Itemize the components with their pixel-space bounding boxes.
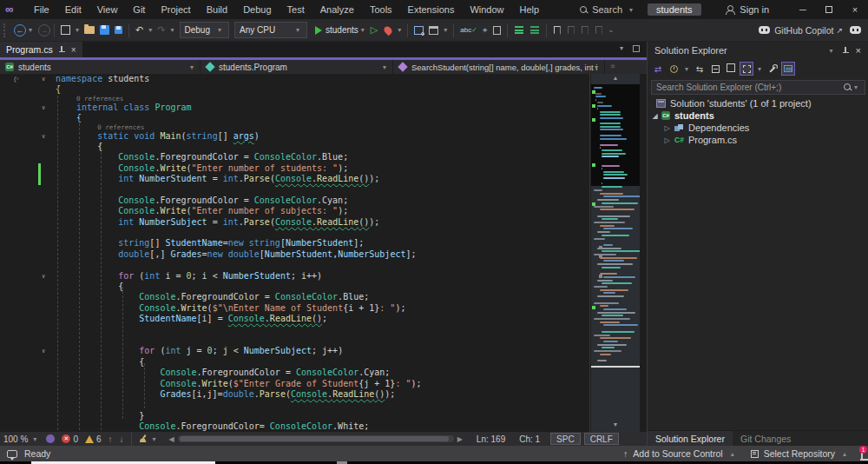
code-cleanup-icon[interactable] <box>139 434 148 443</box>
chevron-down-icon[interactable]: ▾ <box>76 26 79 34</box>
menu-window[interactable]: Window <box>462 0 511 19</box>
copilot-chat-icon[interactable] <box>850 26 861 34</box>
scroll-up-icon[interactable]: ▲ <box>591 75 640 81</box>
add-to-source-control-button[interactable]: Add to Source Control <box>633 448 722 459</box>
chevron-down-icon[interactable]: ▾ <box>398 26 401 34</box>
next-issue-icon[interactable]: ↓ <box>120 434 124 444</box>
wrench-icon[interactable] <box>766 62 779 76</box>
sign-in-button[interactable]: Sign in <box>740 4 769 15</box>
tree-row-project[interactable]: ◢ C# students <box>648 109 868 122</box>
menu-view[interactable]: View <box>89 0 126 19</box>
tab-git-changes[interactable]: Git Changes <box>733 431 799 447</box>
project-dropdown[interactable]: C# students▾ <box>0 60 201 74</box>
solution-platforms-dropdown[interactable]: Any CPU▾ <box>234 22 307 38</box>
find-in-files-icon[interactable] <box>414 26 424 35</box>
start-without-debugging-icon[interactable]: ▷ <box>371 24 378 36</box>
chevron-down-icon[interactable]: ▾ <box>170 26 174 34</box>
chevron-down-icon[interactable]: ▾ <box>148 26 152 34</box>
clear-bookmarks-icon[interactable] <box>595 26 602 35</box>
new-project-icon[interactable] <box>61 25 70 35</box>
panel-close-icon[interactable]: × <box>856 45 861 56</box>
prev-issue-icon[interactable]: ↑ <box>108 434 113 444</box>
menu-tools[interactable]: Tools <box>362 0 400 19</box>
notifications-button[interactable]: 1 <box>861 448 863 459</box>
save-all-icon[interactable] <box>115 26 122 34</box>
title-search[interactable]: Search ▾ <box>580 4 635 15</box>
warning-count[interactable]: 6 <box>85 434 102 444</box>
menu-edit[interactable]: Edit <box>57 0 89 19</box>
zoom-control[interactable]: 100 %▾ <box>3 434 39 444</box>
chevron-down-icon[interactable]: ▾ <box>758 65 761 73</box>
open-file-icon[interactable] <box>84 26 95 34</box>
type-dropdown[interactable]: students.Program▾ <box>201 60 393 74</box>
sort-usings-icon[interactable] <box>530 26 539 34</box>
line-indicator[interactable]: Ln: 169 <box>470 434 512 444</box>
scroll-down-icon[interactable]: ▼ <box>591 421 640 428</box>
menu-git[interactable]: Git <box>125 0 153 19</box>
toolbar-overflow-icon[interactable]: ⌄ <box>608 26 615 34</box>
new-window-icon[interactable] <box>429 26 438 35</box>
minimize-button[interactable]: ─ <box>790 0 816 19</box>
refresh-icon[interactable]: ⇆ <box>693 62 707 76</box>
menu-help[interactable]: Help <box>512 0 548 19</box>
solution-name-pill[interactable]: students <box>648 3 701 16</box>
menu-file[interactable]: File <box>26 0 57 19</box>
minimap-scrollbar[interactable]: ▲ ▼ <box>591 74 640 432</box>
spell-check-icon[interactable]: abc✓ <box>460 26 477 34</box>
rename-cursor-icon[interactable]: ⌖ <box>483 25 488 36</box>
feedback-icon[interactable] <box>7 450 17 458</box>
space-mode-indicator[interactable]: SPC <box>550 433 581 445</box>
chevron-up-icon[interactable]: ▴ <box>731 450 734 458</box>
menu-debug[interactable]: Debug <box>235 0 279 19</box>
line-ending-indicator[interactable]: CRLF <box>584 433 619 445</box>
redo-icon[interactable]: ↷ <box>157 24 165 36</box>
panel-menu-icon[interactable]: ▾ <box>830 47 833 55</box>
toggle-bookmark-icon[interactable] <box>554 26 561 35</box>
paste-format-icon[interactable] <box>493 26 501 35</box>
pin-icon[interactable] <box>59 46 65 54</box>
tab-solution-explorer[interactable]: Solution Explorer <box>648 431 733 447</box>
expanded-icon[interactable]: ◢ <box>651 112 659 120</box>
chevron-down-icon[interactable]: ▾ <box>685 65 688 73</box>
menu-project[interactable]: Project <box>153 0 198 19</box>
horizontal-scrollbar[interactable] <box>178 435 454 442</box>
menu-test[interactable]: Test <box>279 0 312 19</box>
collapsed-icon[interactable]: ▷ <box>663 124 671 132</box>
properties-icon[interactable] <box>724 62 738 76</box>
intellicode-icon[interactable] <box>46 434 55 443</box>
close-button[interactable]: × <box>842 0 868 19</box>
hot-reload-icon[interactable] <box>383 24 394 36</box>
member-dropdown[interactable]: SearchStudent(string[] name, double[,] g… <box>393 60 605 74</box>
pin-icon[interactable] <box>843 47 849 55</box>
start-button-label[interactable]: students <box>326 25 358 35</box>
solution-configurations-dropdown[interactable]: Debug▾ <box>180 22 229 38</box>
menu-analyze[interactable]: Analyze <box>312 0 362 19</box>
copilot-share-icon[interactable]: ↗ <box>836 26 843 35</box>
hscroll-right-icon[interactable]: ▶ <box>457 435 463 443</box>
hscroll-left-icon[interactable]: ◀ <box>169 435 174 443</box>
split-editor-handle[interactable]: ⌗ <box>605 60 621 74</box>
column-indicator[interactable]: Ch: 1 <box>512 434 547 444</box>
sort-lines-icon[interactable] <box>515 26 523 34</box>
sync-with-active-document-icon[interactable]: ⇄ <box>651 62 665 76</box>
error-count[interactable]: ✕ 0 <box>62 434 78 444</box>
close-tab-icon[interactable]: × <box>71 45 76 55</box>
pending-changes-filter-icon[interactable] <box>667 62 681 76</box>
start-debugging-icon[interactable] <box>315 26 322 35</box>
preview-selected-items-toggle[interactable] <box>781 62 795 76</box>
tree-row-dependencies[interactable]: ▷ Dependencies <box>648 122 868 134</box>
next-bookmark-icon[interactable] <box>582 26 589 35</box>
menu-extensions[interactable]: Extensions <box>400 0 463 19</box>
code-editor[interactable]: ∨namespace students{0 references∨interna… <box>0 74 589 432</box>
chevron-up-icon[interactable]: ▴ <box>843 450 846 458</box>
select-repository-button[interactable]: Select Repository <box>764 448 835 459</box>
copilot-label[interactable]: GitHub Copilot <box>774 25 833 36</box>
tree-row-program-cs[interactable]: ▷ C# Program.cs <box>648 134 868 146</box>
solution-search-input[interactable]: Search Solution Explorer (Ctrl+;) ▾ <box>651 80 865 95</box>
toolbar-grip[interactable] <box>3 23 7 37</box>
float-window-icon[interactable] <box>633 45 640 52</box>
tab-list-dropdown-icon[interactable]: ▾ <box>620 44 623 52</box>
chevron-down-icon[interactable]: ▾ <box>29 26 32 34</box>
show-all-files-toggle[interactable] <box>740 62 753 76</box>
chevron-down-icon[interactable]: ▾ <box>361 26 365 34</box>
